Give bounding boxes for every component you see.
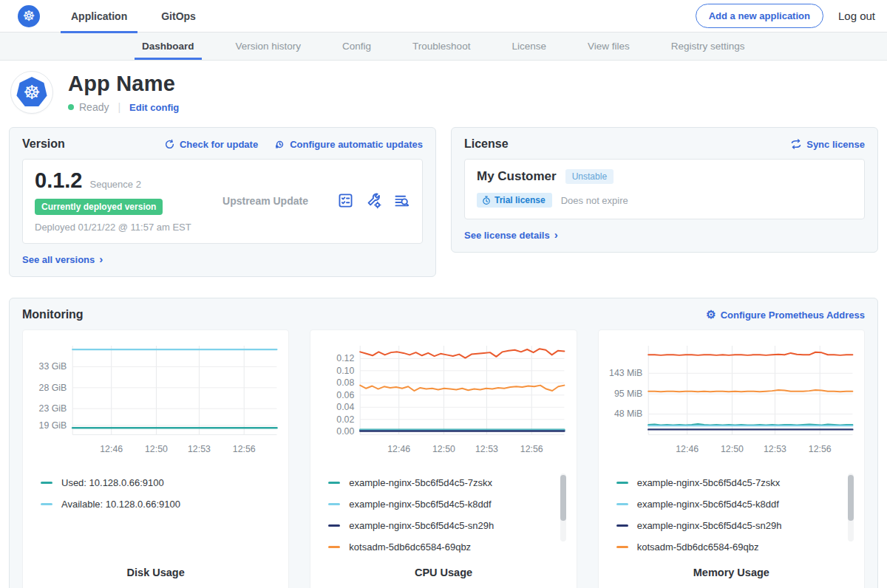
legend-item: example-nginx-5bc6f5d4c5-sn29h — [616, 515, 837, 536]
topnav-tab-label: GitOps — [161, 10, 196, 22]
cpu-usage-legend: example-nginx-5bc6f5d4c5-7zskxexample-ng… — [328, 472, 568, 558]
see-license-details-link[interactable]: See license details › — [464, 229, 558, 242]
memory-usage-chart-card: 12:4612:5012:5312:56143 MiB95 MiB48 MiB … — [598, 329, 865, 588]
clock-refresh-icon — [274, 139, 285, 150]
tab-troubleshoot[interactable]: Troubleshoot — [401, 33, 482, 60]
sync-arrows-icon — [790, 139, 802, 149]
edit-config-link[interactable]: Edit config — [129, 102, 179, 113]
license-card: License Sync license My Customer Unstabl… — [451, 127, 878, 253]
svg-text:12:53: 12:53 — [188, 444, 211, 454]
gear-icon: ⚙ — [706, 308, 716, 321]
trial-license-badge: Trial license — [477, 193, 552, 208]
svg-text:12:46: 12:46 — [100, 444, 123, 454]
cpu-usage-chart-card: 12:4612:5012:5312:560.120.100.080.060.04… — [310, 329, 577, 588]
update-type-label: Upstream Update — [194, 195, 337, 207]
svg-text:0.08: 0.08 — [337, 377, 355, 388]
tab-view-files[interactable]: View files — [576, 33, 642, 60]
deployed-timestamp: Deployed 01/21/22 @ 11:57 am EST — [35, 222, 194, 233]
svg-text:0.04: 0.04 — [337, 402, 355, 412]
legend-swatch — [616, 482, 628, 484]
config-wrench-icon[interactable] — [365, 192, 382, 209]
svg-text:0.12: 0.12 — [337, 353, 355, 363]
deploy-logs-icon[interactable] — [393, 192, 410, 209]
cpu-usage-chart: 12:4612:5012:5312:560.120.100.080.060.04… — [318, 339, 568, 466]
legend-label: example-nginx-5bc6f5d4c5-k8ddf — [637, 499, 779, 510]
release-notes-icon[interactable] — [337, 192, 354, 209]
chart-title: Disk Usage — [30, 558, 281, 584]
refresh-icon — [164, 139, 175, 150]
configure-prometheus-link[interactable]: ⚙ Configure Prometheus Address — [706, 308, 865, 321]
logout-button[interactable]: Log out — [838, 10, 875, 22]
monitoring-title: Monitoring — [22, 308, 84, 321]
svg-text:48 MiB: 48 MiB — [614, 408, 642, 419]
legend-item: kotsadm-5db6dc6584-69qbz — [328, 536, 549, 558]
divider: | — [118, 101, 120, 113]
svg-text:12:50: 12:50 — [721, 444, 744, 454]
svg-text:12:46: 12:46 — [676, 444, 699, 454]
legend-swatch — [616, 524, 628, 527]
tab-dashboard[interactable]: Dashboard — [130, 33, 206, 60]
legend-scrollbar-thumb[interactable] — [560, 475, 566, 521]
legend-scrollbar[interactable] — [560, 474, 566, 541]
svg-text:12:56: 12:56 — [808, 444, 831, 454]
topnav-tab-gitops[interactable]: GitOps — [151, 0, 206, 33]
channel-badge: Unstable — [565, 169, 614, 184]
charts-row: 12:4612:5012:5312:5633 GiB28 GiB23 GiB19… — [22, 329, 865, 588]
legend-swatch — [616, 503, 628, 505]
tab-config[interactable]: Config — [330, 33, 383, 60]
tab-license[interactable]: License — [500, 33, 558, 60]
svg-text:12:56: 12:56 — [520, 444, 543, 454]
legend-swatch — [41, 482, 52, 484]
svg-text:143 MiB: 143 MiB — [609, 368, 642, 378]
license-expiry: Does not expire — [561, 195, 628, 206]
chart-title: CPU Usage — [318, 558, 568, 584]
disk-usage-chart-card: 12:4612:5012:5312:5633 GiB28 GiB23 GiB19… — [22, 329, 289, 588]
version-number: 0.1.2 — [35, 168, 83, 193]
sequence-label: Sequence 2 — [90, 179, 141, 190]
customer-name: My Customer — [477, 169, 557, 184]
svg-text:0.10: 0.10 — [337, 366, 355, 376]
configure-automatic-updates-link[interactable]: Configure automatic updates — [274, 139, 423, 150]
disk-usage-chart: 12:4612:5012:5312:5633 GiB28 GiB23 GiB19… — [30, 339, 281, 466]
ready-status-dot — [68, 104, 74, 110]
legend-label: Used: 10.128.0.66:9100 — [61, 477, 164, 488]
legend-scrollbar-thumb[interactable] — [848, 475, 854, 521]
sync-license-link[interactable]: Sync license — [790, 139, 865, 150]
legend-item: example-nginx-5bc6f5d4c5-sn29h — [328, 515, 549, 536]
svg-text:12:56: 12:56 — [233, 444, 256, 454]
legend-scrollbar[interactable] — [848, 474, 854, 541]
tab-version-history[interactable]: Version history — [224, 33, 313, 60]
add-new-application-button[interactable]: Add a new application — [696, 4, 823, 28]
legend-swatch — [41, 503, 52, 505]
status-badge: Ready — [79, 101, 109, 113]
legend-label: kotsadm-5db6dc6584-69qbz — [349, 541, 471, 553]
svg-text:0.02: 0.02 — [337, 414, 355, 425]
svg-text:12:53: 12:53 — [475, 444, 498, 454]
kubernetes-logo-icon[interactable]: ☸ — [18, 5, 40, 27]
kubernetes-app-icon: ☸ — [16, 77, 47, 108]
topnav-tab-application[interactable]: Application — [61, 0, 137, 33]
app-avatar: ☸ — [10, 71, 53, 114]
monitoring-card: Monitoring ⚙ Configure Prometheus Addres… — [9, 298, 878, 588]
svg-text:28 GiB: 28 GiB — [39, 383, 67, 393]
page-title: App Name — [68, 72, 179, 96]
license-info-box: My Customer Unstable Trial license Does … — [464, 159, 865, 219]
check-for-update-link[interactable]: Check for update — [164, 139, 258, 150]
app-subnav: Dashboard Version history Config Trouble… — [0, 33, 887, 61]
legend-item: Used: 10.128.0.66:9100 — [41, 472, 262, 493]
legend-swatch — [328, 482, 340, 484]
stopwatch-icon — [482, 196, 491, 205]
svg-text:19 GiB: 19 GiB — [39, 420, 67, 431]
svg-text:12:50: 12:50 — [432, 444, 455, 454]
disk-usage-legend: Used: 10.128.0.66:9100Available: 10.128.… — [41, 472, 281, 558]
legend-label: example-nginx-5bc6f5d4c5-7zskx — [349, 477, 492, 488]
legend-label: kotsadm-5db6dc6584-69qbz — [637, 541, 759, 553]
legend-label: example-nginx-5bc6f5d4c5-sn29h — [349, 520, 494, 531]
tab-registry-settings[interactable]: Registry settings — [659, 33, 757, 60]
svg-text:12:53: 12:53 — [764, 444, 786, 454]
legend-item: example-nginx-5bc6f5d4c5-k8ddf — [616, 493, 837, 515]
svg-text:95 MiB: 95 MiB — [614, 389, 642, 399]
version-card-title: Version — [22, 137, 65, 151]
legend-item: kotsadm-5db6dc6584-69qbz — [616, 536, 837, 558]
see-all-versions-link[interactable]: See all versions › — [22, 253, 103, 266]
